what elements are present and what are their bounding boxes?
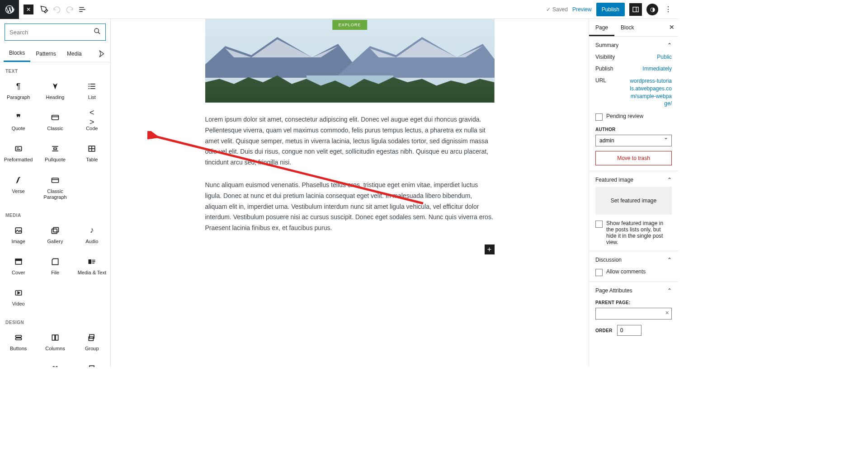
block-classic-paragraph[interactable]: Classic Paragraph <box>37 169 73 207</box>
block-cover[interactable]: Cover <box>0 251 37 282</box>
featured-image-toggle[interactable]: Featured image⌃ <box>595 177 672 183</box>
clear-parent-icon[interactable]: ✕ <box>665 310 669 316</box>
visibility-value[interactable]: Public <box>657 54 672 60</box>
paragraph-icon: ¶ <box>13 81 24 92</box>
page-attributes-toggle[interactable]: Page Attributes⌃ <box>595 287 672 294</box>
explore-patterns-icon[interactable] <box>97 49 107 59</box>
explore-button[interactable]: EXPLORE <box>332 20 368 30</box>
block-buttons[interactable]: Buttons <box>0 327 37 358</box>
block-row[interactable] <box>0 358 37 367</box>
author-select[interactable]: admin <box>595 135 672 146</box>
svg-rect-39 <box>56 335 58 340</box>
parent-page-input[interactable] <box>595 308 672 320</box>
svg-rect-24 <box>52 178 58 183</box>
block-code[interactable]: < >Code <box>74 107 110 138</box>
file-icon <box>50 256 61 267</box>
block-heading[interactable]: Heading <box>37 75 73 107</box>
classic-paragraph-icon <box>50 175 61 186</box>
heading-icon <box>50 81 61 92</box>
astra-icon[interactable]: ◑ <box>646 4 658 15</box>
tab-block[interactable]: Block <box>614 19 640 36</box>
editor-canvas[interactable]: EXPLORE Lorem ipsum dolor sit amet, cons… <box>111 19 589 367</box>
preview-link[interactable]: Preview <box>572 6 592 13</box>
parent-page-label: PARENT PAGE: <box>595 300 672 305</box>
hide-featured-checkbox[interactable] <box>595 221 603 228</box>
summary-panel: Summary⌃ VisibilityPublic PublishImmedia… <box>589 37 678 171</box>
undo-icon[interactable] <box>51 3 63 16</box>
block-audio[interactable]: ♪Audio <box>74 220 110 251</box>
block-more[interactable] <box>74 358 110 367</box>
pending-review-label: Pending review <box>606 113 643 119</box>
block-video[interactable]: Video <box>0 282 37 313</box>
block-stack[interactable] <box>37 358 73 367</box>
options-menu-icon[interactable]: ⋮ <box>663 3 674 15</box>
tab-page[interactable]: Page <box>589 19 614 36</box>
row-icon <box>13 363 24 367</box>
block-media-text[interactable]: Media & Text <box>74 251 110 282</box>
publish-button[interactable]: Publish <box>596 3 625 16</box>
pending-review-checkbox[interactable] <box>595 113 603 121</box>
image-icon <box>13 225 24 236</box>
allow-comments-label: Allow comments <box>606 268 646 275</box>
category-design: DESIGN <box>0 314 110 327</box>
block-table[interactable]: Table <box>74 138 110 169</box>
block-file[interactable]: File <box>37 251 73 282</box>
preformatted-icon <box>13 143 24 154</box>
search-input[interactable] <box>9 29 94 36</box>
svg-rect-34 <box>92 263 94 264</box>
move-to-trash-button[interactable]: Move to trash <box>595 151 672 165</box>
publish-value[interactable]: Immediately <box>642 66 672 72</box>
block-group[interactable]: Group <box>74 327 110 358</box>
svg-rect-36 <box>15 335 21 337</box>
close-sidebar-icon[interactable]: ✕ <box>669 24 675 31</box>
block-gallery[interactable]: Gallery <box>37 220 73 251</box>
code-icon: < > <box>86 112 97 123</box>
discussion-toggle[interactable]: Discussion⌃ <box>595 257 672 263</box>
block-search[interactable] <box>5 24 106 41</box>
summary-toggle[interactable]: Summary⌃ <box>595 42 672 48</box>
tab-media[interactable]: Media <box>61 46 87 61</box>
svg-rect-19 <box>54 148 57 150</box>
svg-rect-31 <box>89 259 92 264</box>
block-pullquote[interactable]: Pullquote <box>37 138 73 169</box>
order-input[interactable] <box>617 325 642 336</box>
paragraph-block-2[interactable]: Nunc aliquam euismod venenatis. Phasellu… <box>205 180 495 234</box>
category-media: MEDIA <box>0 207 110 220</box>
chevron-up-icon: ⌃ <box>667 177 672 183</box>
svg-rect-28 <box>52 229 57 234</box>
sidebar-toggle-icon[interactable] <box>629 3 642 16</box>
block-paragraph[interactable]: ¶Paragraph <box>0 75 37 107</box>
svg-rect-33 <box>92 261 95 262</box>
block-preformatted[interactable]: Preformatted <box>0 138 37 169</box>
wordpress-logo[interactable] <box>0 0 19 19</box>
page-attributes-panel: Page Attributes⌃ PARENT PAGE: ✕ ORDER <box>589 282 678 341</box>
url-label: URL <box>595 77 606 108</box>
audio-icon: ♪ <box>86 225 97 236</box>
category-text: TEXT <box>0 62 110 75</box>
tab-blocks[interactable]: Blocks <box>4 45 30 62</box>
svg-rect-10 <box>90 86 95 87</box>
hero-image-block[interactable]: EXPLORE <box>205 19 495 103</box>
block-verse[interactable]: Verse <box>0 169 37 207</box>
svg-rect-2 <box>79 11 83 12</box>
redo-icon[interactable] <box>63 3 76 16</box>
paragraph-block-1[interactable]: Lorem ipsum dolor sit amet, consectetur … <box>205 114 495 168</box>
add-block-button[interactable]: + <box>485 244 495 254</box>
block-classic[interactable]: Classic <box>37 107 73 138</box>
tools-icon[interactable] <box>38 3 51 16</box>
svg-rect-26 <box>15 228 21 233</box>
block-quote[interactable]: ❞Quote <box>0 107 37 138</box>
svg-rect-8 <box>90 84 95 85</box>
close-inserter-button[interactable]: ✕ <box>24 5 33 14</box>
block-columns[interactable]: Columns <box>37 327 73 358</box>
allow-comments-checkbox[interactable] <box>595 269 603 276</box>
url-value[interactable]: wordpress-tutorials.atwebpages.com/sampl… <box>630 77 672 108</box>
svg-rect-15 <box>15 146 21 151</box>
document-outline-icon[interactable] <box>76 3 89 16</box>
set-featured-image-button[interactable]: Set featured image <box>595 187 672 215</box>
top-toolbar: ✕ ✓ Saved Preview Publish ◑ ⋮ <box>0 0 678 19</box>
tab-patterns[interactable]: Patterns <box>30 46 61 61</box>
discussion-panel: Discussion⌃ Allow comments <box>589 251 678 282</box>
block-list[interactable]: List <box>74 75 110 107</box>
block-image[interactable]: Image <box>0 220 37 251</box>
